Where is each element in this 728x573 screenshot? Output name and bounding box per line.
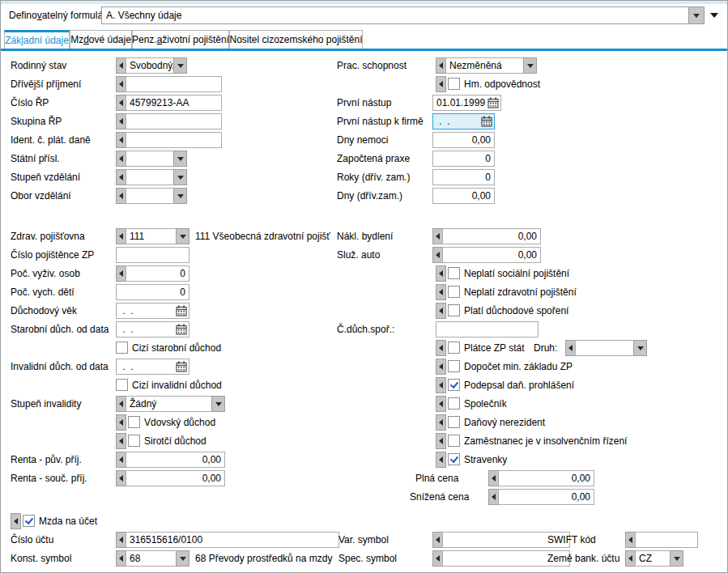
stravenky-checkbox-row[interactable]: Stravenky <box>436 452 557 468</box>
poc-vych-deti-field[interactable]: 0 <box>116 284 189 300</box>
vdovsky-duchod-checkbox-row[interactable]: Vdovský důchod <box>116 414 237 431</box>
podepsal-dan-checkbox[interactable] <box>448 379 460 391</box>
plna-cena-field[interactable]: 0,00 <box>488 470 594 486</box>
field-detail-arrow-icon[interactable] <box>436 76 446 92</box>
zapoctena-praxe-field[interactable]: 0 <box>432 151 495 167</box>
field-detail-arrow-icon[interactable] <box>436 433 446 449</box>
cizi-starobni-checkbox-row[interactable]: Cizí starobní důchod <box>116 340 237 356</box>
tab-zakladni-udaje[interactable]: Základní údaje <box>4 30 70 49</box>
swift-kod-field[interactable] <box>625 532 698 548</box>
field-detail-arrow-icon[interactable] <box>436 340 446 356</box>
neplati-soc-checkbox-row[interactable]: Neplatí sociální pojištění <box>436 265 614 282</box>
rodinny-stav-combo[interactable]: Svobodný/á <box>116 57 187 74</box>
mzda-na-ucet-checkbox-row[interactable]: Mzda na účet <box>11 513 124 529</box>
dropdown-arrow-icon[interactable] <box>688 7 704 23</box>
statni-prisl-combo[interactable] <box>116 151 187 167</box>
snizena-cena-field[interactable]: 0,00 <box>488 489 594 505</box>
calendar-button[interactable] <box>479 114 494 129</box>
neplati-zdrav-checkbox[interactable] <box>448 286 460 298</box>
dropdown-arrow-icon[interactable] <box>176 550 189 567</box>
skupina-rp-value[interactable] <box>126 113 222 129</box>
tab-nositel-cizozemskeho-pojisteni[interactable]: Nositel cizozemského pojištění <box>229 30 363 49</box>
zeme-bank-uctu-combo[interactable]: CZ <box>625 550 683 567</box>
zapoctena-praxe-value[interactable]: 0 <box>432 151 495 167</box>
plati-duch-sporeni-checkbox[interactable] <box>448 304 460 316</box>
poc-vych-deti-value[interactable]: 0 <box>116 284 189 300</box>
cizi-invalidni-checkbox-row[interactable]: Cizí invalidní důchod <box>116 377 237 393</box>
poc-vyziv-osob-field[interactable]: 0 <box>116 265 189 282</box>
plati-duch-sporeni-checkbox-row[interactable]: Platí důchodové spoření <box>436 303 614 319</box>
field-detail-arrow-icon[interactable] <box>11 513 21 529</box>
platce-zp-stat-checkbox-row[interactable]: Plátce ZP stát <box>436 340 529 356</box>
prvni-nastup-k-firme-date-field[interactable]: . . <box>432 113 495 129</box>
skupina-rp-field[interactable] <box>116 113 222 129</box>
field-detail-arrow-icon[interactable] <box>436 377 446 393</box>
renta-souc-value[interactable]: 0,00 <box>126 470 225 486</box>
nakl-bydleni-value[interactable]: 0,00 <box>442 228 541 244</box>
dny-driv-zam-field[interactable]: 0,00 <box>432 188 495 204</box>
danovy-nerezident-checkbox-row[interactable]: Daňový nerezident <box>436 414 614 431</box>
tab-penz-a-zivotni-pojisteni[interactable]: Penz. a životní pojištění <box>132 30 229 49</box>
field-detail-arrow-icon[interactable] <box>436 452 446 468</box>
dny-driv-zam-value[interactable]: 0,00 <box>432 188 495 204</box>
field-detail-arrow-icon[interactable] <box>116 414 126 431</box>
podepsal-dan-checkbox-row[interactable]: Podepsal daň. prohlášení <box>436 377 614 393</box>
zdrav-pojistovna-combo[interactable]: 111 <box>116 228 189 244</box>
dropdown-arrow-icon[interactable] <box>176 228 189 244</box>
cislo-uctu-value[interactable]: 316515616/0100 <box>126 532 339 548</box>
dopocet-min-zp-checkbox-row[interactable]: Dopočet min. základu ZP <box>436 359 614 375</box>
cislo-pojistence-zp-value[interactable] <box>116 247 189 263</box>
nakl-bydleni-field[interactable]: 0,00 <box>432 228 541 244</box>
field-detail-arrow-icon[interactable] <box>436 414 446 431</box>
duchodovy-vek-value[interactable]: . . <box>117 303 173 318</box>
dropdown-arrow-icon[interactable] <box>173 151 187 167</box>
renta-puv-field[interactable]: 0,00 <box>116 452 225 468</box>
cislo-uctu-field[interactable]: 316515616/0100 <box>116 532 339 548</box>
prvni-nastup-k-firme-value[interactable]: . . <box>433 114 479 129</box>
ident-c-plat-dane-field[interactable] <box>116 132 222 148</box>
ident-c-plat-dane-value[interactable] <box>126 132 222 148</box>
field-detail-arrow-icon[interactable] <box>436 359 446 375</box>
calendar-button[interactable] <box>485 96 500 110</box>
field-detail-arrow-icon[interactable] <box>436 303 446 319</box>
stupen-invalidity-combo[interactable]: Žádný <box>116 396 225 412</box>
platce-zp-stat-checkbox[interactable] <box>448 342 460 354</box>
field-detail-arrow-icon[interactable] <box>436 284 446 300</box>
invalidni-duch-value[interactable]: . . <box>117 359 173 374</box>
dropdown-arrow-icon[interactable] <box>523 57 537 74</box>
spolecnik-checkbox-row[interactable]: Společník <box>436 396 614 412</box>
duchodovy-vek-date-field[interactable]: . . <box>116 303 189 319</box>
stravenky-checkbox[interactable] <box>448 453 460 465</box>
drivejsi-prijmeni-value[interactable] <box>126 76 222 92</box>
sluz-auto-value[interactable]: 0,00 <box>442 247 541 263</box>
dny-nemoci-value[interactable]: 0,00 <box>432 132 495 148</box>
definable-form-combo[interactable]: A. Všechny údaje <box>101 6 705 24</box>
starobni-duch-value[interactable]: . . <box>117 322 173 337</box>
insolvence-checkbox-row[interactable]: Zaměstnanec je v insolvenčním řízení <box>436 433 646 449</box>
obor-vzdelani-combo[interactable] <box>116 188 187 204</box>
field-detail-arrow-icon[interactable] <box>116 433 126 449</box>
hm-odpovednost-checkbox-row[interactable]: Hm. odpovědnost <box>436 76 565 92</box>
dropdown-arrow-icon[interactable] <box>211 396 225 412</box>
calendar-button[interactable] <box>173 359 189 374</box>
sluz-auto-field[interactable]: 0,00 <box>432 247 541 263</box>
swift-kod-value[interactable] <box>635 532 698 548</box>
roky-driv-zam-value[interactable]: 0 <box>432 169 495 185</box>
dropdown-arrow-icon[interactable] <box>670 550 683 567</box>
form-menu-arrow-icon[interactable] <box>710 13 718 18</box>
vdovsky-duchod-checkbox[interactable] <box>128 416 140 428</box>
c-duch-spor-field[interactable] <box>436 321 539 337</box>
insolvence-checkbox[interactable] <box>448 435 460 447</box>
prvni-nastup-date-field[interactable]: 01.01.1999 <box>432 95 495 111</box>
calendar-button[interactable] <box>173 303 189 318</box>
snizena-cena-value[interactable]: 0,00 <box>498 489 594 505</box>
invalidni-duch-date-field[interactable]: . . <box>116 359 189 375</box>
cizi-starobni-checkbox[interactable] <box>116 342 128 354</box>
calendar-button[interactable] <box>173 322 189 337</box>
cislo-rp-value[interactable]: 45799213-AA <box>126 95 222 111</box>
konst-symbol-combo[interactable]: 68 <box>116 550 189 567</box>
dropdown-arrow-icon[interactable] <box>173 57 187 74</box>
mzda-na-ucet-checkbox[interactable] <box>23 515 35 527</box>
prac-schopnost-combo[interactable]: Nezměněná <box>436 57 537 74</box>
spolecnik-checkbox[interactable] <box>448 397 460 410</box>
